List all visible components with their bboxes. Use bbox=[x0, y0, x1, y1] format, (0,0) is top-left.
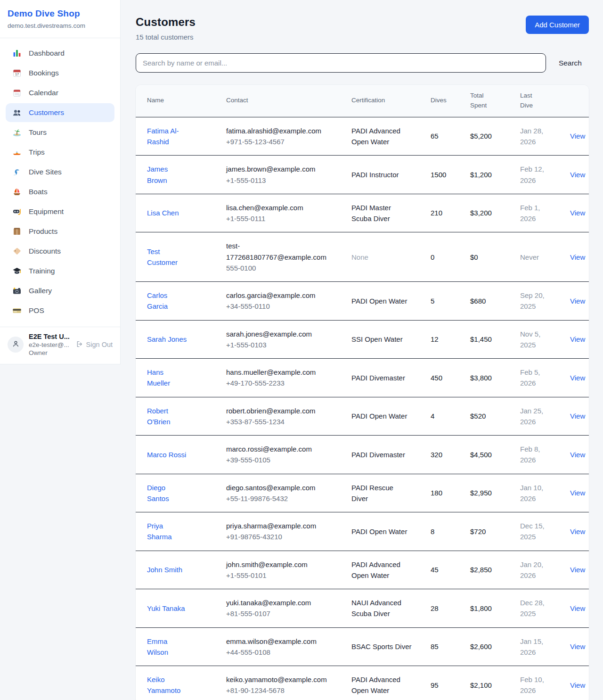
sidebar-item-label: Bookings bbox=[29, 69, 59, 77]
package-icon bbox=[12, 227, 22, 236]
dashboard-icon bbox=[12, 49, 22, 58]
view-link[interactable]: View bbox=[570, 335, 585, 343]
view-link[interactable]: View bbox=[570, 209, 585, 217]
customer-name-link[interactable]: Test Customer bbox=[147, 246, 187, 268]
customer-dives: 12 bbox=[431, 334, 456, 345]
customer-name-link[interactable]: Robert O'Brien bbox=[147, 405, 187, 428]
customer-certification: PADI Open Water bbox=[351, 526, 412, 537]
view-link[interactable]: View bbox=[570, 412, 585, 420]
customer-last-dive: Jan 15, 2026 bbox=[520, 636, 549, 658]
view-link[interactable]: View bbox=[570, 132, 585, 140]
tag-icon bbox=[12, 247, 22, 256]
customer-dives: 0 bbox=[431, 252, 456, 263]
customer-certification: PADI Advanced Open Water bbox=[351, 674, 412, 696]
sidebar-item-products[interactable]: Products bbox=[6, 222, 114, 241]
customer-dives: 95 bbox=[431, 680, 456, 691]
customer-last-dive: Feb 8, 2026 bbox=[520, 444, 549, 466]
sidebar-item-equipment[interactable]: Equipment bbox=[6, 202, 114, 221]
customer-dives: 28 bbox=[431, 603, 456, 614]
add-customer-button[interactable]: Add Customer bbox=[526, 16, 589, 34]
sidebar-item-customers[interactable]: Customers bbox=[6, 103, 114, 122]
customer-phone: +39-555-0105 bbox=[226, 454, 337, 465]
sidebar-item-training[interactable]: Training bbox=[6, 262, 114, 280]
customer-name-link[interactable]: John Smith bbox=[147, 564, 182, 575]
sidebar-item-calendar[interactable]: Calendar bbox=[6, 83, 114, 102]
customer-certification: PADI Rescue Diver bbox=[351, 482, 412, 504]
customer-dives: 320 bbox=[431, 449, 456, 460]
view-link[interactable]: View bbox=[570, 566, 585, 574]
customer-certification: PADI Instructor bbox=[351, 169, 412, 180]
customer-name-link[interactable]: Lisa Chen bbox=[147, 207, 179, 218]
view-link[interactable]: View bbox=[570, 374, 585, 382]
customer-email: test-1772681807767@example.com bbox=[226, 240, 329, 263]
view-link[interactable]: View bbox=[570, 171, 585, 179]
view-link[interactable]: View bbox=[570, 604, 585, 612]
customer-dives: 5 bbox=[431, 296, 456, 306]
table-row: Sarah Jonessarah.jones@example.com+1-555… bbox=[136, 320, 589, 359]
view-link[interactable]: View bbox=[570, 297, 585, 305]
view-link[interactable]: View bbox=[570, 253, 585, 261]
sidebar-item-bookings[interactable]: 17Bookings bbox=[6, 64, 114, 82]
customer-last-dive: Never bbox=[520, 252, 549, 263]
customer-total-spent: $680 bbox=[470, 296, 506, 306]
customer-last-dive: Dec 28, 2025 bbox=[520, 597, 549, 619]
customer-name-link[interactable]: Fatima Al-Rashid bbox=[147, 125, 187, 148]
customer-total-spent: $3,200 bbox=[470, 207, 506, 218]
view-link[interactable]: View bbox=[570, 681, 585, 689]
customer-email: keiko.yamamoto@example.com bbox=[226, 674, 329, 685]
customer-phone: +353-87-555-1234 bbox=[226, 416, 337, 427]
customer-name-link[interactable]: Sarah Jones bbox=[147, 334, 187, 345]
customer-name-link[interactable]: James Brown bbox=[147, 164, 187, 186]
search-button[interactable]: Search bbox=[559, 59, 582, 67]
sidebar-item-pos[interactable]: POS bbox=[6, 301, 114, 320]
customer-name-link[interactable]: Carlos Garcia bbox=[147, 290, 187, 312]
user-box: E2E Test U... e2e-tester@... Owner Sign … bbox=[0, 327, 120, 363]
shop-name: Demo Dive Shop bbox=[8, 8, 113, 19]
customer-phone: +971-55-123-4567 bbox=[226, 136, 337, 147]
customer-total-spent: $0 bbox=[470, 252, 506, 263]
sidebar-item-tours[interactable]: Tours bbox=[6, 123, 114, 142]
customer-dives: 180 bbox=[431, 487, 456, 498]
customer-total-spent: $5,200 bbox=[470, 131, 506, 141]
customer-dives: 65 bbox=[431, 131, 456, 141]
view-link[interactable]: View bbox=[570, 489, 585, 497]
customer-name-link[interactable]: Yuki Tanaka bbox=[147, 603, 185, 614]
sidebar-item-discounts[interactable]: Discounts bbox=[6, 242, 114, 261]
customer-email: james.brown@example.com bbox=[226, 164, 329, 174]
search-input[interactable] bbox=[136, 53, 546, 73]
view-link[interactable]: View bbox=[570, 642, 585, 651]
customer-name-link[interactable]: Keiko Yamamoto bbox=[147, 674, 187, 696]
customer-certification: PADI Open Water bbox=[351, 296, 412, 306]
customer-last-dive: Feb 1, 2026 bbox=[520, 202, 549, 224]
table-row: Emma Wilsonemma.wilson@example.com+44-55… bbox=[136, 627, 589, 666]
customer-last-dive: Nov 5, 2025 bbox=[520, 329, 549, 351]
sidebar-item-trips[interactable]: Trips bbox=[6, 143, 114, 162]
sidebar-item-boats[interactable]: Boats bbox=[6, 182, 114, 201]
sidebar-item-dashboard[interactable]: Dashboard bbox=[6, 44, 114, 63]
view-link[interactable]: View bbox=[570, 451, 585, 459]
customer-email: lisa.chen@example.com bbox=[226, 202, 329, 213]
sidebar-item-gallery[interactable]: Gallery bbox=[6, 281, 114, 300]
column-header-name: Name bbox=[136, 85, 215, 117]
customer-last-dive: Sep 20, 2025 bbox=[520, 290, 549, 312]
customer-name-link[interactable]: Diego Santos bbox=[147, 482, 187, 504]
sign-out-button[interactable]: Sign Out bbox=[76, 340, 113, 349]
avatar bbox=[8, 337, 24, 353]
customer-phone: +1-555-0101 bbox=[226, 570, 337, 581]
customer-phone: +81-90-1234-5678 bbox=[226, 685, 337, 696]
sidebar-nav: Dashboard17BookingsCalendarCustomersTour… bbox=[0, 38, 120, 327]
shop-domain: demo.test.divestreams.com bbox=[8, 22, 113, 29]
customer-name-link[interactable]: Priya Sharma bbox=[147, 520, 187, 543]
customer-last-dive: Feb 10, 2026 bbox=[520, 674, 549, 696]
customer-certification: PADI Open Water bbox=[351, 411, 412, 421]
column-header-last-dive: Last Dive bbox=[509, 85, 559, 117]
view-link[interactable]: View bbox=[570, 527, 585, 535]
customer-certification: PADI Divemaster bbox=[351, 449, 412, 460]
sidebar-item-dive-sites[interactable]: Dive Sites bbox=[6, 163, 114, 181]
customer-name-link[interactable]: Emma Wilson bbox=[147, 636, 187, 658]
customer-name-link[interactable]: Hans Mueller bbox=[147, 367, 187, 389]
table-row: John Smithjohn.smith@example.com+1-555-0… bbox=[136, 551, 589, 589]
customer-phone: +44-555-0108 bbox=[226, 647, 337, 658]
customer-name-link[interactable]: Marco Rossi bbox=[147, 449, 186, 460]
table-row: Hans Muellerhans.mueller@example.com+49-… bbox=[136, 359, 589, 397]
